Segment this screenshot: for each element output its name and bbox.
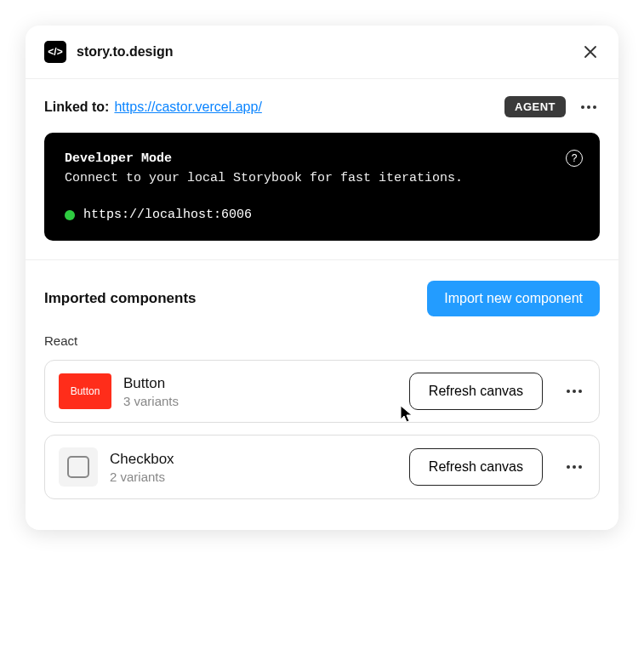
help-icon[interactable]: ?: [566, 150, 583, 167]
linked-row: Linked to: https://castor.vercel.app/ AG…: [26, 79, 618, 133]
linked-url[interactable]: https://castor.vercel.app/: [114, 100, 504, 115]
dev-mode-url: https://localhost:6006: [83, 208, 252, 222]
logo-icon: </>: [44, 41, 66, 63]
refresh-canvas-button[interactable]: Refresh canvas: [409, 373, 543, 410]
component-card-button: Button Button 3 variants Refresh canvas: [44, 360, 600, 423]
agent-badge: AGENT: [504, 96, 566, 117]
component-name: Button: [123, 375, 397, 392]
refresh-canvas-button[interactable]: Refresh canvas: [409, 448, 543, 486]
plugin-panel: </> story.to.design Linked to: https://c…: [26, 26, 618, 530]
dev-mode-description: Connect to your local Storybook for fast…: [65, 171, 579, 185]
logo-glyph: </>: [48, 46, 62, 58]
component-variants: 3 variants: [123, 394, 397, 408]
component-more-button[interactable]: [563, 386, 585, 396]
imported-section-title: Imported components: [44, 290, 427, 307]
dev-mode-title: Developer Mode: [65, 151, 579, 166]
developer-mode-card: ? Developer Mode Connect to your local S…: [44, 133, 600, 241]
close-button[interactable]: [581, 43, 600, 61]
component-more-button[interactable]: [563, 462, 585, 472]
status-online-icon: [65, 210, 75, 220]
imported-header: Imported components Import new component: [26, 260, 618, 330]
panel-header: </> story.to.design: [26, 26, 618, 79]
framework-label: React: [26, 330, 618, 360]
component-card-checkbox: Checkbox 2 variants Refresh canvas: [44, 435, 600, 499]
more-options-button[interactable]: [578, 102, 600, 112]
dev-mode-status: https://localhost:6006: [65, 208, 579, 222]
component-info: Button 3 variants: [123, 375, 397, 408]
close-icon: [584, 45, 597, 59]
preview-label: Button: [71, 385, 100, 397]
import-new-component-button[interactable]: Import new component: [427, 281, 600, 316]
app-title: story.to.design: [77, 44, 581, 60]
component-name: Checkbox: [110, 451, 397, 468]
linked-label: Linked to:: [44, 100, 109, 115]
component-variants: 2 variants: [110, 470, 397, 484]
component-info: Checkbox 2 variants: [110, 451, 397, 484]
component-preview-button: Button: [59, 373, 111, 409]
checkbox-icon: [67, 456, 89, 478]
component-preview-checkbox: [59, 447, 98, 487]
